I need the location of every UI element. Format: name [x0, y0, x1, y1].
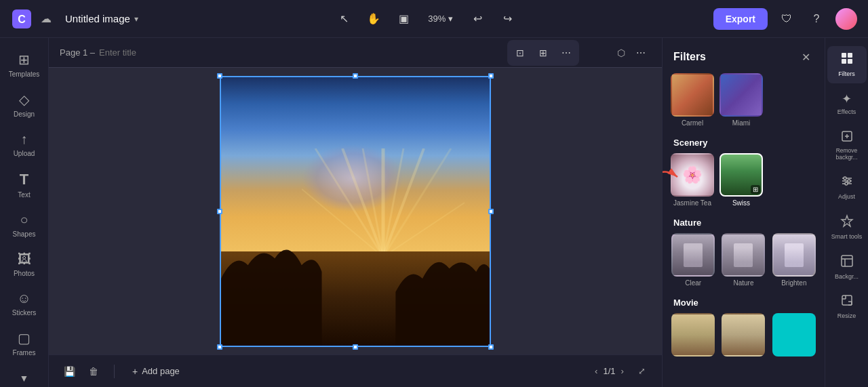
- svg-rect-13: [842, 53, 846, 58]
- page-title-area: Page 1 –: [60, 47, 153, 58]
- right-tool-remove-bg[interactable]: Remove backgr...: [827, 124, 867, 166]
- zoom-value: 39%: [428, 14, 446, 24]
- svg-rect-16: [848, 59, 852, 64]
- filter-label-carmel: Carmel: [682, 119, 703, 127]
- sidebar-item-stickers[interactable]: ☺ Stickers: [3, 285, 46, 322]
- sidebar-item-text[interactable]: T Text: [3, 165, 46, 204]
- adjust-tool-label: Adjust: [838, 193, 855, 201]
- canvas-image[interactable]: [220, 76, 491, 347]
- background-tool-icon: [840, 254, 854, 271]
- handle-middle-right[interactable]: [488, 209, 494, 214]
- filter-item-movie2[interactable]: [721, 313, 766, 359]
- handle-top-middle[interactable]: [353, 73, 358, 79]
- handle-bottom-middle[interactable]: [353, 344, 358, 350]
- select-tool-button[interactable]: ↖: [333, 8, 355, 30]
- export-button[interactable]: Export: [713, 8, 768, 30]
- movie-section: Movie: [663, 292, 825, 365]
- handle-top-left[interactable]: [217, 73, 222, 79]
- filter-thumb-clear: [671, 233, 715, 277]
- zoom-control[interactable]: 39% ▾: [422, 11, 458, 26]
- delete-button[interactable]: 🗑: [84, 362, 103, 381]
- sidebar-item-photos[interactable]: 🖼 Photos: [3, 246, 46, 283]
- canvas-more-button[interactable]: ⋯: [631, 43, 651, 63]
- right-tool-resize[interactable]: Resize: [827, 288, 867, 325]
- add-page-button[interactable]: + Add page: [125, 363, 186, 380]
- right-tool-filters[interactable]: Filters: [827, 46, 867, 83]
- design-icon: ◇: [19, 91, 29, 108]
- filters-tool-icon: [840, 52, 854, 68]
- filter-item-movie1[interactable]: [671, 313, 715, 359]
- canvas-frame: [220, 76, 491, 347]
- design-label: Design: [14, 110, 35, 118]
- filter-item-miami[interactable]: Miami: [719, 73, 763, 127]
- right-tools-sidebar: Filters ✦ Effects Remove backgr...: [825, 38, 868, 387]
- text-icon: T: [20, 171, 28, 188]
- canvas-tool-group: ⊡ ⊞ ⋯: [507, 40, 579, 66]
- sidebar-item-templates[interactable]: ⊞ Templates: [3, 46, 46, 83]
- filter-thumb-carmel: [671, 73, 714, 117]
- filter-item-clear[interactable]: Clear: [671, 233, 715, 287]
- filter-item-nature[interactable]: Nature: [721, 233, 766, 287]
- text-label: Text: [18, 191, 30, 199]
- templates-icon: ⊞: [18, 52, 30, 68]
- handle-bottom-left[interactable]: [217, 344, 222, 350]
- next-page-button[interactable]: ›: [621, 366, 624, 376]
- app-logo[interactable]: C: [11, 8, 33, 30]
- filter-item-carmel[interactable]: Carmel: [671, 73, 714, 127]
- right-tool-smart-tools[interactable]: Smart tools: [827, 209, 867, 246]
- redo-button[interactable]: ↪: [496, 8, 518, 30]
- sidebar-item-upload[interactable]: ↑ Upload: [3, 126, 46, 163]
- sidebar-item-collapse[interactable]: ▼: [3, 367, 46, 387]
- filters-scroll-area: Filters ✕ Carmel Miami Scenery: [663, 38, 825, 387]
- filter-item-swiss[interactable]: ⊞ Swiss: [719, 153, 763, 207]
- nature-title: Nature: [671, 218, 816, 228]
- right-tool-background[interactable]: Backgr...: [827, 249, 867, 286]
- title-dropdown-caret[interactable]: ▾: [134, 14, 138, 24]
- collapse-icon: ▼: [20, 373, 29, 384]
- page-title-input[interactable]: [99, 47, 153, 58]
- filter-item-brighten[interactable]: Brighten: [772, 233, 816, 287]
- selection-box-button[interactable]: ⊡: [510, 43, 530, 63]
- shield-button[interactable]: 🛡: [776, 8, 797, 30]
- shapes-label: Shapes: [13, 230, 36, 238]
- remove-bg-tool-icon: [840, 129, 854, 145]
- smart-tools-icon: [840, 214, 854, 231]
- remove-bg-tool-label: Remove backgr...: [830, 147, 864, 161]
- photos-icon: 🖼: [18, 251, 31, 267]
- right-tool-effects[interactable]: ✦ Effects: [827, 86, 867, 121]
- layout-button[interactable]: ▣: [393, 8, 414, 30]
- page-navigation: ‹ 1/1 ›: [595, 366, 624, 376]
- canvas-main: [49, 68, 662, 354]
- filters-tool-label: Filters: [838, 70, 855, 78]
- handle-middle-left[interactable]: [217, 209, 222, 214]
- save-to-device-button[interactable]: 💾: [60, 362, 79, 381]
- hand-tool-button[interactable]: ✋: [363, 8, 384, 30]
- prev-page-button[interactable]: ‹: [595, 366, 597, 376]
- sidebar-item-shapes[interactable]: ○ Shapes: [3, 207, 46, 243]
- main-area: ⊞ Templates ◇ Design ↑ Upload T Text ○ S…: [0, 38, 868, 387]
- filters-close-button[interactable]: ✕: [797, 49, 814, 65]
- expand-button[interactable]: ⤢: [632, 362, 651, 381]
- undo-button[interactable]: ↩: [467, 8, 488, 30]
- templates-label: Templates: [9, 70, 40, 78]
- handle-bottom-right[interactable]: [488, 344, 494, 350]
- filter-label-swiss: Swiss: [732, 199, 750, 207]
- sidebar-item-frames[interactable]: ▢ Frames: [3, 325, 46, 362]
- sidebar-item-design[interactable]: ◇ Design: [3, 86, 46, 123]
- smart-tools-label: Smart tools: [831, 233, 863, 241]
- background-tool-label: Backgr...: [835, 273, 859, 281]
- shapes-icon: ○: [20, 212, 28, 228]
- effects-tool-label: Effects: [837, 108, 856, 116]
- handle-top-right[interactable]: [488, 73, 494, 79]
- right-tool-adjust[interactable]: Adjust: [827, 169, 867, 206]
- svg-point-23: [845, 182, 848, 185]
- stickers-label: Stickers: [12, 309, 37, 317]
- avatar[interactable]: [835, 8, 857, 30]
- filter-thumb-movie3: [772, 313, 816, 357]
- help-button[interactable]: ?: [806, 8, 827, 30]
- more-options-button[interactable]: ⋯: [556, 43, 576, 63]
- grid-button[interactable]: ⊞: [533, 43, 553, 63]
- svg-rect-25: [842, 256, 852, 266]
- svg-point-21: [844, 177, 846, 180]
- filter-item-movie3[interactable]: [772, 313, 816, 359]
